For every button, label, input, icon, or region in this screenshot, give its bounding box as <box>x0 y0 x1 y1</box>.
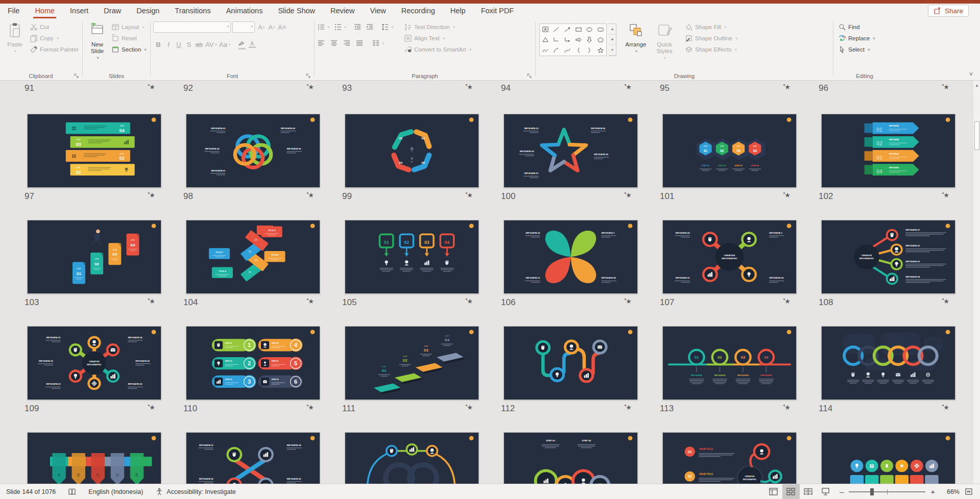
tab-help[interactable]: Help <box>443 4 473 18</box>
font-size-combo[interactable]: ˅ <box>232 21 255 33</box>
tab-file[interactable]: File <box>0 4 27 18</box>
increase-indent-icon[interactable] <box>366 23 374 31</box>
shape-elbow-icon[interactable] <box>551 35 562 45</box>
increase-font-button[interactable]: A˄ <box>256 21 267 33</box>
tab-review[interactable]: Review <box>323 4 363 18</box>
shape-text-box-icon[interactable] <box>540 24 551 35</box>
shadow-button[interactable]: S <box>184 39 194 50</box>
slide-thumbnail-103-step-stairs[interactable]: STEP01STEP02STEP03STEP04 <box>27 220 161 294</box>
tab-home[interactable]: Home <box>27 4 62 18</box>
clipboard-dialog-launcher[interactable] <box>74 73 80 79</box>
scroll-up-icon[interactable]: ▲ <box>973 82 980 90</box>
align-text-button[interactable]: Align Text˅ <box>402 33 473 44</box>
view-normal-button[interactable] <box>765 484 782 499</box>
shape-pentagon-icon[interactable] <box>595 35 606 45</box>
cut-button[interactable]: Cut <box>28 21 81 33</box>
slide-thumbnail-119-creative-list[interactable]: 01YOUR TITLE02YOUR TITLECREATIVEINFOGRAP… <box>662 432 797 484</box>
reset-button[interactable]: Reset <box>109 33 149 44</box>
bullets-icon[interactable] <box>317 23 325 31</box>
slide-thumbnail-98-ribbon-knot[interactable]: INFODATA 03INFODATA 04INFODATA 02INFODAT… <box>186 114 320 188</box>
shape-arrow-icon[interactable] <box>562 24 573 35</box>
section-button[interactable]: Section˅ <box>109 44 149 55</box>
change-case-button[interactable]: Aa˅ <box>218 39 232 50</box>
align-right-icon[interactable] <box>343 39 351 47</box>
slide-thumbnail-118-bubble-chain[interactable]: STEP 03STEP 04 <box>504 432 638 484</box>
view-reading-button[interactable] <box>800 484 817 499</box>
replace-button[interactable]: b Replace˅ <box>836 33 894 44</box>
animation-star-icon[interactable]: ✦★ <box>623 83 632 91</box>
slide-thumbnail-120-color-columns[interactable]: CREATIVETEAMWORKSTRATEGYBUSINESSSOLUTION… <box>821 432 955 484</box>
slide-thumbnail-101-hexagon-steps[interactable]: STEP01STEP 01STEP02STEP 02STEP03STEP 03S… <box>662 114 797 188</box>
shape-oval-icon[interactable] <box>584 24 595 35</box>
animation-star-icon[interactable]: ✦★ <box>146 404 155 411</box>
convert-smartart-button[interactable]: Convert to SmartArt˅ <box>402 44 473 55</box>
slide-thumbnail-113-timeline[interactable]: 01INFODATA02INFODATA03INFODATA04INFODATA <box>662 326 797 400</box>
animation-star-icon[interactable]: ✦★ <box>623 191 632 199</box>
shape-effects-button[interactable]: Shape Effects˅ <box>683 44 740 55</box>
animation-star-icon[interactable]: ✦★ <box>623 404 632 411</box>
animation-star-icon[interactable]: ✦★ <box>940 191 949 199</box>
accessibility-button[interactable]: Accessibility: Investigate <box>149 484 242 499</box>
animation-star-icon[interactable]: ✦★ <box>146 83 155 91</box>
shape-line-icon[interactable] <box>551 24 562 35</box>
align-left-icon[interactable] <box>317 39 325 47</box>
vertical-scrollbar[interactable]: ▲ <box>973 81 980 484</box>
slide-thumbnail-114-rings-map[interactable] <box>821 326 955 400</box>
slide-thumbnail-99-octagon-loop[interactable]: 01020304 <box>345 114 479 188</box>
shape-right-brace-icon[interactable] <box>584 45 595 56</box>
italic-button[interactable]: I <box>163 39 174 50</box>
slide-thumbnail-105-square-pins[interactable]: 01020304 <box>345 220 479 294</box>
zoom-slider[interactable] <box>849 491 925 492</box>
animation-star-icon[interactable]: ✦★ <box>781 191 791 199</box>
collapse-ribbon-button[interactable]: ˅ <box>969 71 973 78</box>
quick-styles-button[interactable]: Quick Styles ˅ <box>650 20 679 61</box>
shape-right-arrow-icon[interactable] <box>573 35 584 45</box>
slide-thumbnail-106-petals[interactable]: INFODATA 02INFODATA 3INFODATA 01INFODATA… <box>504 220 638 294</box>
slide-thumbnail-102-arrow-list[interactable]: 01INFODATA02INFODATA03INFODATA04INFODATA <box>821 114 955 188</box>
zoom-slider-thumb[interactable] <box>870 488 874 495</box>
select-button[interactable]: Select˅ <box>836 44 894 55</box>
shape-curve-icon[interactable] <box>562 45 573 56</box>
tab-foxit-pdf[interactable]: Foxit PDF <box>473 4 521 18</box>
animation-star-icon[interactable]: ✦★ <box>623 297 632 305</box>
shapes-gallery[interactable] <box>539 23 607 56</box>
shape-rectangle-icon[interactable] <box>573 24 584 35</box>
animation-star-icon[interactable]: ✦★ <box>464 191 473 199</box>
tab-design[interactable]: Design <box>129 4 167 18</box>
slide-thumbnail-107-spokes-4[interactable]: CREATIVEINFOGRAPHICINFODATA 02INFODATA 3… <box>662 220 797 294</box>
tab-insert[interactable]: Insert <box>62 4 96 18</box>
slide-thumbnail-110-step-pills[interactable]: STEP 011STEP 044STEP 022STEP 055STEP 033… <box>186 326 320 400</box>
underline-button[interactable]: U <box>174 39 184 50</box>
animation-star-icon[interactable]: ✦★ <box>940 297 949 305</box>
slide-counter[interactable]: Slide 144 of 1076 <box>0 484 62 499</box>
animation-star-icon[interactable]: ✦★ <box>464 404 473 411</box>
slide-thumbnail-116-network-cross[interactable]: INFODATA 01INFODATA 04INFODATA 02INFODAT… <box>186 432 320 484</box>
copy-button[interactable]: Copy˅ <box>28 33 81 44</box>
animation-star-icon[interactable]: ✦★ <box>146 297 155 305</box>
shape-star-icon[interactable] <box>595 45 606 56</box>
slide-thumbnail-115-letter-ribbons[interactable]: ABCDE <box>27 432 161 484</box>
view-slideshow-button[interactable] <box>817 484 834 499</box>
language-button[interactable]: English (Indonesia) <box>82 484 149 499</box>
numbering-icon[interactable] <box>334 23 342 31</box>
shape-scribble-icon[interactable] <box>540 45 551 56</box>
fit-slide-button[interactable] <box>964 488 980 495</box>
animation-star-icon[interactable]: ✦★ <box>305 83 314 91</box>
font-dialog-launcher[interactable] <box>305 73 312 79</box>
clear-formatting-button[interactable]: A⊘ <box>277 21 287 33</box>
tab-recording[interactable]: Recording <box>394 4 443 18</box>
view-slide-sorter-button[interactable] <box>782 484 800 499</box>
zoom-percentage[interactable]: 66% <box>940 488 964 495</box>
zoom-out-button[interactable]: – <box>834 487 849 496</box>
shape-rounded-rectangle-icon[interactable] <box>595 24 606 35</box>
animation-star-icon[interactable]: ✦★ <box>781 297 791 305</box>
proofing-button[interactable] <box>62 484 82 499</box>
font-color-button[interactable]: A <box>247 39 257 50</box>
layout-button[interactable]: Layout˅ <box>109 21 149 33</box>
animation-star-icon[interactable]: ✦★ <box>464 83 473 91</box>
justify-icon[interactable] <box>355 39 364 47</box>
decrease-indent-icon[interactable] <box>353 23 362 31</box>
text-direction-button[interactable]: Text Direction˅ <box>402 21 473 33</box>
shape-elbow-arrow-icon[interactable] <box>562 35 573 45</box>
animation-star-icon[interactable]: ✦★ <box>781 404 791 411</box>
